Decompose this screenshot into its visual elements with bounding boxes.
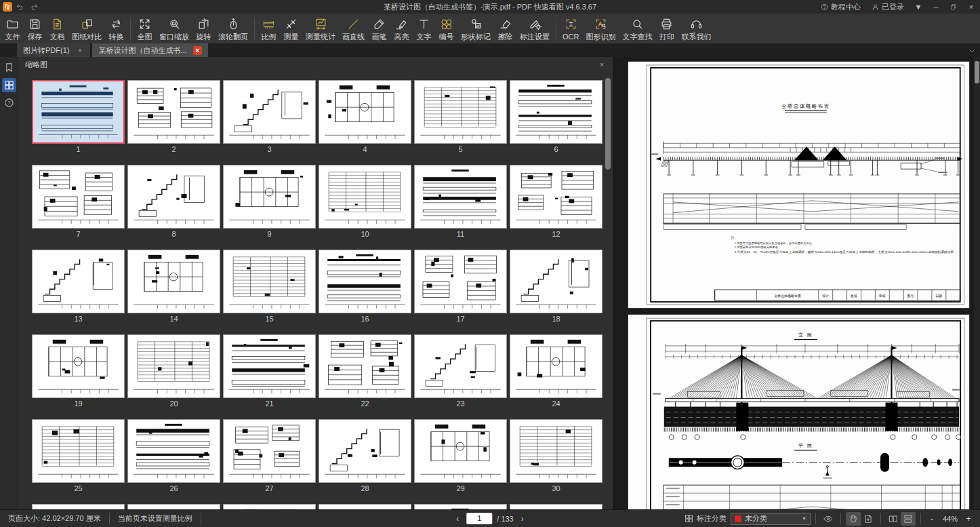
thumbnail-page-7[interactable]: 7 bbox=[32, 165, 125, 240]
thumbnail-page-14[interactable]: 14 bbox=[127, 250, 220, 325]
help-icon[interactable]: ? bbox=[2, 96, 16, 110]
tab-image-to-pdf[interactable]: 图片转PDF(1) × bbox=[17, 43, 90, 57]
thumbnail-page-21[interactable]: 21 bbox=[223, 334, 316, 410]
thumbnail-page-16[interactable]: 16 bbox=[319, 250, 411, 325]
thumbnail-page-19[interactable]: 19 bbox=[32, 334, 125, 410]
add-page-icon[interactable] bbox=[861, 512, 876, 526]
thumbnail-page-29[interactable]: 29 bbox=[414, 419, 507, 494]
undo-icon[interactable] bbox=[12, 1, 27, 13]
thumbnail-scrollbar[interactable] bbox=[605, 78, 611, 170]
thumbnail-page-11[interactable]: 11 bbox=[414, 165, 507, 240]
thumbnail-page-1[interactable]: 1 bbox=[32, 80, 125, 155]
toolbar-button-label: 形状标记 bbox=[461, 33, 491, 41]
close-button[interactable]: × bbox=[962, 0, 980, 14]
thumbnail-page-5[interactable]: 5 bbox=[414, 80, 507, 155]
continuous-view-icon[interactable] bbox=[901, 512, 916, 526]
thumbnail-page-partial[interactable] bbox=[32, 504, 125, 509]
toolbar-button-save[interactable]: 保存 bbox=[24, 14, 46, 43]
toolbar-button-measure[interactable]: 测量 bbox=[280, 14, 302, 43]
thumbnail-page-26[interactable]: 26 bbox=[127, 419, 220, 494]
thumbnail-page-24[interactable]: 24 bbox=[510, 334, 603, 410]
thumbnail-page-20[interactable]: 20 bbox=[127, 334, 220, 410]
thumbnail-page-8[interactable]: 8 bbox=[127, 165, 220, 240]
collapse-toolbar-icon[interactable] bbox=[968, 45, 976, 58]
zoom-out-button[interactable]: - bbox=[926, 513, 938, 524]
thumbnail-page-18[interactable]: 18 bbox=[510, 250, 603, 325]
toolbar-button-measure-stats[interactable]: 测量统计 bbox=[302, 14, 339, 43]
thumbnail-page-10[interactable]: 10 bbox=[319, 165, 411, 240]
tab-close-icon[interactable]: × bbox=[193, 46, 202, 55]
thumbnail-image bbox=[414, 80, 507, 144]
document-scrollbar[interactable] bbox=[974, 57, 980, 509]
toolbar-button-ocr[interactable]: OCR bbox=[559, 14, 582, 43]
tab-bridge-design[interactable]: 某桥设计图（自动生成书... × bbox=[92, 43, 207, 57]
toolbar-button-text[interactable]: 文字 bbox=[413, 14, 435, 43]
thumbnail-page-15[interactable]: 15 bbox=[223, 250, 316, 325]
redo-icon[interactable] bbox=[27, 1, 42, 13]
toolbar-button-erase[interactable]: 擦除 bbox=[494, 14, 516, 43]
minimize-button[interactable]: ─ bbox=[927, 0, 945, 14]
toolbar-button-draw-line[interactable]: 画直线 bbox=[339, 14, 368, 43]
toolbar-button-fullview[interactable]: 全图 bbox=[134, 14, 156, 43]
visibility-toggle-icon[interactable] bbox=[821, 512, 836, 526]
toolbar-button-compare[interactable]: 图纸对比 bbox=[68, 14, 105, 43]
toolbar-button-print[interactable]: 打印 bbox=[655, 14, 678, 43]
tab-close-icon[interactable]: × bbox=[75, 46, 84, 55]
thumbnail-page-27[interactable]: 27 bbox=[223, 419, 316, 494]
toolbar-button-shape-mark[interactable]: 形状标记 bbox=[457, 14, 494, 43]
thumbnails-icon[interactable] bbox=[2, 78, 16, 92]
thumbnail-page-partial[interactable] bbox=[414, 504, 507, 509]
toolbar-button-wheel-page[interactable]: 滚轮翻页 bbox=[215, 14, 251, 43]
pdf-page-2[interactable]: 立 面 平 面 bbox=[628, 314, 970, 509]
title-bar: 某桥设计图（自动生成书签）-演示.pdf - PDF 快速看图 v4.6.3.6… bbox=[0, 0, 980, 14]
toolbar-button-document[interactable]: 文档 bbox=[46, 14, 68, 43]
two-page-view-icon[interactable] bbox=[886, 512, 901, 526]
toolbar-button-anno-settings[interactable]: 标注设置 bbox=[516, 14, 553, 43]
thumbnail-page-9[interactable]: 9 bbox=[223, 165, 316, 240]
toolbar-button-numbering[interactable]: 编号 bbox=[435, 14, 457, 43]
thumbnail-page-17[interactable]: 17 bbox=[414, 250, 507, 325]
tutorial-center-button[interactable]: 教程中心 bbox=[815, 0, 866, 14]
thumbnail-page-23[interactable]: 23 bbox=[414, 334, 507, 410]
thumbnail-page-25[interactable]: 25 bbox=[32, 419, 125, 494]
menu-caret-icon[interactable]: ▼ bbox=[910, 0, 927, 14]
thumbnail-page-partial[interactable] bbox=[223, 504, 316, 509]
toolbar-button-shape-recog[interactable]: 图形识别 bbox=[582, 14, 619, 43]
thumbnail-page-22[interactable]: 22 bbox=[319, 334, 411, 410]
thumbnail-page-28[interactable]: 28 bbox=[319, 419, 411, 494]
toolbar-button-convert[interactable]: 转换 bbox=[105, 14, 127, 43]
thumbnail-page-2[interactable]: 2 bbox=[127, 80, 220, 155]
prev-page-icon[interactable]: ‹ bbox=[453, 513, 462, 524]
zoom-in-button[interactable]: + bbox=[962, 513, 975, 524]
annotation-category-dropdown[interactable]: 未分类 ▼ bbox=[731, 513, 811, 525]
toolbar-button-window-zoom[interactable]: 窗口缩放 bbox=[156, 14, 192, 43]
document-view[interactable]: 全桥总体概略布置 注: 1.本图尺寸除里程桩号以米计及注明者外，余均以厘米为单位… bbox=[613, 57, 980, 509]
thumbnail-page-6[interactable]: 6 bbox=[510, 80, 603, 155]
login-status[interactable]: 已登录 bbox=[866, 0, 910, 14]
toolbar-button-contact[interactable]: 联系我们 bbox=[678, 14, 714, 43]
next-page-icon[interactable]: › bbox=[518, 513, 527, 524]
hand-pan-tool-icon[interactable] bbox=[846, 512, 861, 526]
bookmarks-icon[interactable] bbox=[2, 60, 16, 75]
restore-button[interactable] bbox=[945, 0, 962, 14]
thumbnail-image bbox=[510, 334, 603, 398]
toolbar-button-folder[interactable]: 文件 bbox=[1, 14, 24, 43]
thumbnail-page-number: 5 bbox=[414, 144, 507, 155]
thumbnail-page-12[interactable]: 12 bbox=[510, 165, 603, 240]
thumbnail-page-partial[interactable] bbox=[510, 504, 603, 509]
toolbar-button-pen[interactable]: 画笔 bbox=[368, 14, 390, 43]
thumbnail-page-4[interactable]: 4 bbox=[319, 80, 411, 155]
current-page-input[interactable]: 1 bbox=[466, 513, 492, 524]
thumbnail-page-13[interactable]: 13 bbox=[32, 250, 125, 325]
toolbar-button-ruler-scale[interactable]: 比例 bbox=[258, 14, 280, 43]
thumbnail-page-3[interactable]: 3 bbox=[223, 80, 316, 155]
thumbnail-page-30[interactable]: 30 bbox=[510, 419, 603, 494]
toolbar-button-rotate[interactable]: 旋转 bbox=[192, 14, 215, 43]
document-scrollbar-thumb[interactable] bbox=[975, 61, 979, 83]
pdf-page-1[interactable]: 全桥总体概略布置 注: 1.本图尺寸除里程桩号以米计及注明者外，余均以厘米为单位… bbox=[628, 61, 970, 309]
toolbar-button-highlight[interactable]: 高亮 bbox=[390, 14, 413, 43]
thumbnail-page-partial[interactable] bbox=[127, 504, 220, 509]
thumbnail-page-partial[interactable] bbox=[319, 504, 411, 509]
panel-close-icon[interactable]: × bbox=[597, 60, 607, 69]
toolbar-button-search[interactable]: 文字查找 bbox=[619, 14, 655, 43]
